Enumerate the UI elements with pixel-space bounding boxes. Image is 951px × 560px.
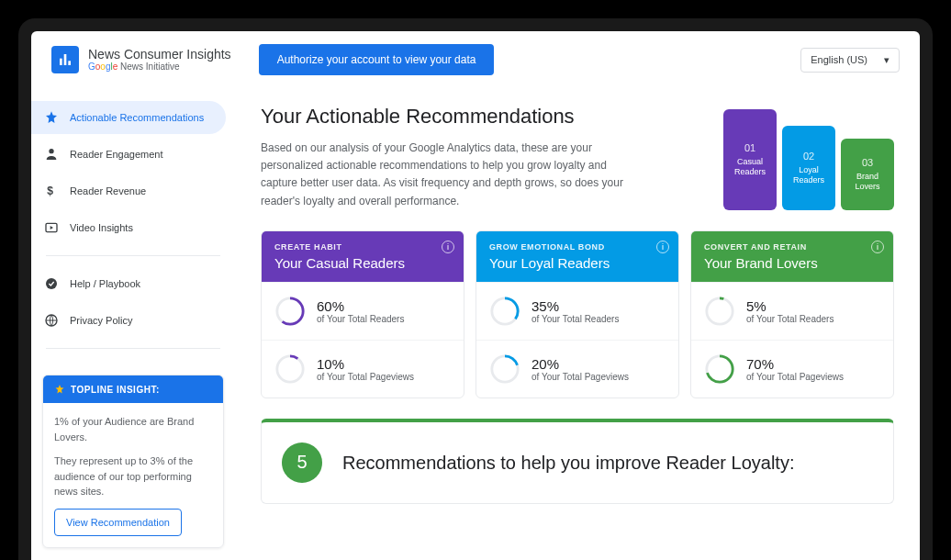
- metric-value: 10%: [317, 356, 414, 372]
- metric-row: 20%of Your Total Pageviews: [476, 340, 678, 398]
- dollar-icon: $: [44, 184, 59, 198]
- sidebar: Actionable Recommendations Reader Engage…: [31, 88, 235, 560]
- recommendations-title: Recommendations to help you improve Read…: [342, 451, 794, 475]
- metric-row: 70%of Your Total Pageviews: [691, 340, 893, 398]
- pillar-brand: 03 Brand Lovers: [841, 139, 894, 210]
- sidebar-item-label: Reader Engagement: [70, 149, 163, 160]
- language-selector[interactable]: English (US) ▾: [800, 48, 900, 73]
- card-tag: GROW EMOTIONAL BOND: [489, 242, 666, 252]
- divider: [46, 348, 220, 349]
- pillar-chart: 01 Casual Readers 02 Loyal Readers 03 Br…: [723, 105, 894, 210]
- view-recommendation-button[interactable]: View Recommendation: [54, 509, 182, 536]
- card-title: Your Loyal Readers: [489, 255, 666, 271]
- laptop-frame: News Consumer Insights Google News Initi…: [18, 18, 933, 560]
- svg-point-10: [277, 356, 303, 382]
- insight-header: TOPLINE INSIGHT:: [43, 375, 223, 403]
- person-icon: [44, 147, 59, 162]
- svg-point-6: [46, 278, 57, 289]
- top-bar: News Consumer Insights Google News Initi…: [31, 31, 920, 88]
- sidebar-item-label: Help / Playbook: [70, 278, 140, 289]
- insight-line-2: They represent up to 3% of the audience …: [54, 454, 212, 499]
- card-tag: CONVERT AND RETAIN: [704, 242, 880, 252]
- metric-label: of Your Total Pageviews: [746, 372, 844, 382]
- sidebar-item-recommendations[interactable]: Actionable Recommendations: [31, 101, 226, 134]
- sidebar-item-revenue[interactable]: $ Reader Revenue: [31, 174, 226, 207]
- star-icon: [54, 384, 65, 395]
- metric-row: 5%of Your Total Readers: [691, 282, 893, 340]
- svg-rect-2: [68, 61, 71, 65]
- page-title: Your Actionable Recommendations: [261, 105, 646, 129]
- play-icon: [44, 220, 59, 235]
- svg-point-3: [49, 149, 53, 153]
- card-title: Your Brand Lovers: [704, 255, 880, 271]
- metric-row: 10%of Your Total Pageviews: [262, 340, 464, 398]
- svg-rect-1: [64, 54, 67, 65]
- globe-icon: [44, 313, 59, 328]
- metric-label: of Your Total Readers: [531, 314, 619, 324]
- chevron-down-icon: ▾: [884, 54, 889, 66]
- metric-label: of Your Total Readers: [746, 314, 834, 324]
- recommendations-panel: 5 Recommendations to help you improve Re…: [261, 419, 894, 504]
- progress-ring-icon: [489, 296, 520, 327]
- sidebar-item-label: Actionable Recommendations: [70, 112, 204, 123]
- app-logo[interactable]: News Consumer Insights Google News Initi…: [51, 46, 231, 73]
- main-content: Your Actionable Recommendations Based on…: [235, 88, 920, 560]
- insight-line-1: 1% of your Audience are Brand Lovers.: [54, 414, 212, 444]
- divider: [46, 255, 220, 256]
- app-subtitle: Google News Initiative: [88, 62, 231, 73]
- sidebar-item-label: Reader Revenue: [70, 185, 146, 196]
- topline-insight-card: TOPLINE INSIGHT: 1% of your Audience are…: [42, 375, 224, 548]
- progress-ring-icon: [489, 353, 520, 385]
- progress-ring-icon: [704, 353, 735, 385]
- language-label: English (US): [811, 54, 867, 65]
- star-icon: [44, 110, 59, 125]
- info-icon[interactable]: i: [442, 241, 454, 253]
- card-title: Your Casual Readers: [274, 255, 451, 271]
- metric-label: of Your Total Readers: [317, 314, 404, 324]
- bar-chart-icon: [51, 46, 79, 73]
- progress-ring-icon: [274, 353, 306, 385]
- segment-card: CONVERT AND RETAINYour Brand Loversi5%of…: [690, 230, 894, 398]
- progress-ring-icon: [274, 296, 306, 327]
- app-title: News Consumer Insights: [88, 47, 231, 62]
- segment-card: CREATE HABITYour Casual Readersi60%of Yo…: [261, 230, 464, 398]
- pillar-loyal: 02 Loyal Readers: [782, 126, 835, 210]
- metric-value: 5%: [746, 298, 834, 314]
- card-tag: CREATE HABIT: [274, 242, 451, 252]
- metric-label: of Your Total Pageviews: [317, 372, 414, 382]
- metric-row: 60%of Your Total Readers: [262, 282, 464, 340]
- info-icon[interactable]: i: [871, 241, 884, 253]
- page-intro: Based on our analysis of your Google Ana…: [261, 140, 646, 210]
- metric-value: 60%: [317, 298, 404, 314]
- recommendation-count-badge: 5: [282, 442, 322, 483]
- metric-label: of Your Total Pageviews: [531, 372, 629, 382]
- segment-cards: CREATE HABITYour Casual Readersi60%of Yo…: [261, 230, 894, 398]
- progress-ring-icon: [704, 296, 735, 327]
- metric-value: 35%: [531, 298, 619, 314]
- info-icon[interactable]: i: [656, 241, 669, 253]
- sidebar-item-label: Privacy Policy: [70, 315, 132, 326]
- insight-header-label: TOPLINE INSIGHT:: [71, 385, 160, 395]
- pillar-casual: 01 Casual Readers: [723, 109, 777, 210]
- svg-text:$: $: [47, 185, 53, 197]
- check-circle-icon: [44, 276, 59, 291]
- metric-row: 35%of Your Total Readers: [476, 282, 678, 340]
- sidebar-item-video[interactable]: Video Insights: [31, 211, 226, 244]
- metric-value: 70%: [746, 356, 844, 372]
- sidebar-item-privacy[interactable]: Privacy Policy: [31, 304, 226, 337]
- metric-value: 20%: [531, 356, 629, 372]
- segment-card: GROW EMOTIONAL BONDYour Loyal Readersi35…: [476, 230, 679, 398]
- svg-point-16: [707, 298, 733, 324]
- authorize-button[interactable]: Authorize your account to view your data: [259, 44, 495, 75]
- sidebar-item-help[interactable]: Help / Playbook: [31, 267, 226, 300]
- app-screen: News Consumer Insights Google News Initi…: [31, 31, 920, 560]
- sidebar-item-label: Video Insights: [70, 222, 133, 233]
- sidebar-item-engagement[interactable]: Reader Engagement: [31, 138, 226, 171]
- svg-rect-0: [60, 59, 62, 65]
